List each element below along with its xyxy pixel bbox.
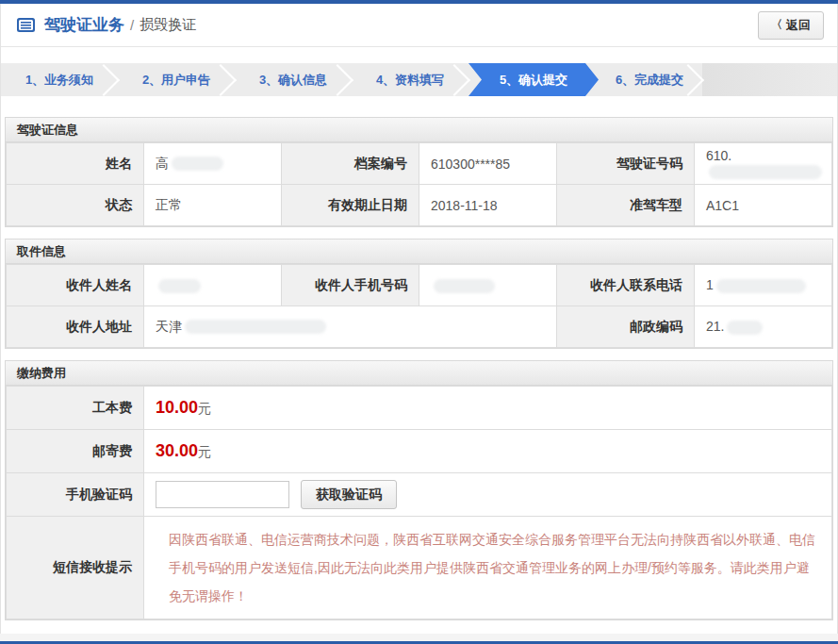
breadcrumb-separator: / <box>130 17 134 33</box>
step-6-complete-submit: 6、完成提交 <box>585 63 702 96</box>
breadcrumb-current: 损毁换证 <box>140 16 196 34</box>
valid-until-value: 2018-11-18 <box>419 185 557 226</box>
vehicle-class-label: 准驾车型 <box>557 185 695 226</box>
license-info-section: 驾驶证信息 姓名 高 档案编号 610300****85 驾驶证号码 610. … <box>5 117 833 227</box>
license-no-value: 610. <box>695 143 832 185</box>
name-value: 高 <box>144 143 282 185</box>
step-1-business-notice: 1、业务须知 <box>1 63 118 96</box>
fees-section: 缴纳费用 工本费 10.00元 邮寄费 30.00元 手机验证码 <box>5 360 833 620</box>
fees-table: 工本费 10.00元 邮寄费 30.00元 手机验证码 获取验证码 <box>6 386 832 619</box>
sms-tip-text: 因陕西省联通、电信运营商技术问题，陕西省互联网交通安全综合服务管理平台无法向持陕… <box>156 517 831 619</box>
status-value: 正常 <box>144 185 282 226</box>
production-fee-value: 10.00元 <box>144 387 832 430</box>
currency-unit: 元 <box>198 444 211 459</box>
step-bar-filler <box>702 63 837 96</box>
vehicle-class-value: A1C1 <box>695 185 832 226</box>
table-row: 状态 正常 有效期止日期 2018-11-18 准驾车型 A1C1 <box>7 185 832 226</box>
redaction-blur <box>185 320 326 334</box>
back-button-label: 返回 <box>786 17 811 34</box>
footer-spacer <box>0 634 838 641</box>
redaction-blur <box>434 279 495 293</box>
back-button[interactable]: 〈返回 <box>758 11 824 40</box>
header-spacer <box>1 47 837 63</box>
step-3-confirm-info: 3、确认信息 <box>235 63 352 96</box>
table-row: 姓名 高 档案编号 610300****85 驾驶证号码 610. <box>7 143 832 185</box>
license-no-label: 驾驶证号码 <box>557 143 695 185</box>
postage-fee-value: 30.00元 <box>144 430 832 473</box>
production-fee-label: 工本费 <box>7 387 144 430</box>
pickup-info-table: 收件人姓名 收件人手机号码 收件人联系电话 1 收件人地址 天津 邮政编码 21… <box>6 264 832 348</box>
redaction-blur <box>716 279 806 293</box>
pickup-info-section: 取件信息 收件人姓名 收件人手机号码 收件人联系电话 1 收件人地址 天津 邮政… <box>5 239 833 349</box>
file-no-value: 610300****85 <box>419 143 557 185</box>
redaction-blur <box>158 279 201 293</box>
postage-fee-label: 邮寄费 <box>7 430 144 473</box>
step-2-user-declaration: 2、用户申告 <box>118 63 235 96</box>
recipient-mobile-value <box>419 265 557 306</box>
table-row: 手机验证码 获取验证码 <box>7 473 832 517</box>
currency-unit: 元 <box>198 401 211 416</box>
page-header: 驾驶证业务 / 损毁换证 〈返回 <box>1 4 837 47</box>
table-row: 邮寄费 30.00元 <box>7 430 832 473</box>
recipient-mobile-label: 收件人手机号码 <box>282 265 419 306</box>
page-title: 驾驶证业务 <box>44 14 124 36</box>
table-row: 短信接收提示 因陕西省联通、电信运营商技术问题，陕西省互联网交通安全综合服务管理… <box>7 517 832 619</box>
sms-tip-cell: 因陕西省联通、电信运营商技术问题，陕西省互联网交通安全综合服务管理平台无法向持陕… <box>144 517 832 619</box>
sms-code-label: 手机验证码 <box>7 473 144 517</box>
postage-fee-amount: 30.00 <box>156 441 198 460</box>
file-no-label: 档案编号 <box>282 143 419 185</box>
recipient-phone-label: 收件人联系电话 <box>557 265 695 306</box>
pickup-section-title: 取件信息 <box>6 239 832 264</box>
redaction-blur <box>172 157 223 171</box>
postcode-value: 21. <box>695 306 832 348</box>
redaction-blur <box>727 321 763 335</box>
main-content: 驾驶证信息 姓名 高 档案编号 610300****85 驾驶证号码 610. … <box>1 96 837 634</box>
get-sms-code-button[interactable]: 获取验证码 <box>301 480 397 509</box>
sms-code-cell: 获取验证码 <box>144 473 832 517</box>
step-wizard: 1、业务须知 2、用户申告 3、确认信息 4、资料填写 5、确认提交 6、完成提… <box>1 63 837 96</box>
production-fee-amount: 10.00 <box>156 398 198 417</box>
license-section-title: 驾驶证信息 <box>6 118 832 142</box>
chevron-left-icon: 〈 <box>771 17 782 33</box>
status-label: 状态 <box>7 185 144 226</box>
page-container: 驾驶证业务 / 损毁换证 〈返回 1、业务须知 2、用户申告 3、确认信息 4、… <box>0 4 838 634</box>
name-label: 姓名 <box>7 143 144 185</box>
redaction-blur <box>709 165 822 179</box>
recipient-name-value <box>144 265 282 306</box>
recipient-address-value: 天津 <box>144 306 557 348</box>
sms-code-input[interactable] <box>156 481 289 508</box>
recipient-phone-value: 1 <box>695 265 832 306</box>
step-5-confirm-submit-active: 5、确认提交 <box>468 63 599 96</box>
license-info-table: 姓名 高 档案编号 610300****85 驾驶证号码 610. 状态 正常 … <box>6 142 832 226</box>
license-list-icon <box>16 17 36 33</box>
step-4-fill-data: 4、资料填写 <box>352 63 468 96</box>
table-row: 收件人地址 天津 邮政编码 21. <box>7 306 832 348</box>
table-row: 工本费 10.00元 <box>7 387 832 430</box>
table-row: 收件人姓名 收件人手机号码 收件人联系电话 1 <box>7 265 832 306</box>
sms-tip-label: 短信接收提示 <box>7 517 144 619</box>
recipient-address-label: 收件人地址 <box>7 306 144 348</box>
fees-section-title: 缴纳费用 <box>6 361 832 386</box>
postcode-label: 邮政编码 <box>557 306 695 348</box>
recipient-name-label: 收件人姓名 <box>7 265 144 306</box>
valid-until-label: 有效期止日期 <box>282 185 419 226</box>
